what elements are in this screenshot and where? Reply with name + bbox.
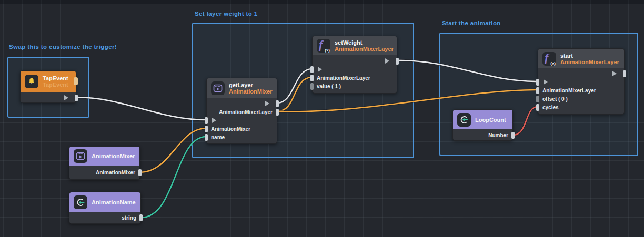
port-in-animationmixer[interactable] [205, 126, 208, 132]
exec-out-icon [265, 101, 269, 106]
exec-out-icon [385, 58, 389, 64]
port-label: string [122, 215, 136, 221]
port-out-number[interactable] [511, 132, 515, 139]
port-out-animationmixerlayer[interactable] [276, 109, 279, 116]
node-subtitle: AnimationMixerLayer [560, 59, 619, 65]
wire-exec-setweight-start[interactable] [397, 60, 538, 81]
port-label: value ( 1 ) [317, 84, 341, 89]
port-in-animationmixerlayer[interactable] [310, 75, 314, 81]
function-icon: f(x) [317, 39, 330, 53]
bell-icon [25, 75, 38, 88]
port-label: AnimationMixerLayer [219, 109, 273, 115]
film-clip-icon [74, 149, 87, 163]
node-subtitle: TapEvent [43, 81, 68, 88]
input-value-icon [74, 195, 87, 209]
wire-layer-getlayer-setweight[interactable] [277, 77, 312, 111]
wire-animationname-getlayer[interactable] [141, 137, 206, 218]
node-title: AnimationMixer [92, 153, 135, 159]
exec-out-icon [612, 71, 617, 76]
node-title: start [560, 53, 619, 59]
function-icon: f(x) [542, 52, 556, 66]
input-value-icon [457, 113, 471, 127]
port-label: AnimationMixer [96, 170, 135, 176]
event-port-badge[interactable] [74, 77, 78, 85]
port-exec-in[interactable] [205, 117, 208, 124]
port-in-offset[interactable] [536, 96, 539, 102]
port-exec-out[interactable] [276, 100, 279, 107]
node-title: LoopCount [475, 117, 506, 123]
node-title: getLayer [229, 82, 273, 88]
node-tapevent[interactable]: TapEvent TapEvent [20, 70, 76, 103]
port-label: Number [488, 132, 508, 138]
port-label: cycles [542, 105, 559, 110]
port-in-cycles[interactable] [536, 104, 539, 111]
port-in-animationmixerlayer[interactable] [536, 87, 539, 94]
exec-out-icon [64, 95, 68, 100]
node-animationmixer[interactable]: AnimationMixer AnimationMixer [69, 146, 140, 180]
node-subtitle: AnimationMixerLayer [335, 46, 393, 52]
port-label: offset ( 0 ) [542, 96, 568, 102]
node-graph-canvas[interactable]: Swap this to customize the trigger! Set … [0, 0, 644, 237]
node-getlayer[interactable]: getLayer AnimationMixer AnimationMixerLa… [206, 78, 277, 144]
port-label: AnimationMixerLayer [317, 75, 370, 81]
port-exec-in[interactable] [310, 66, 314, 73]
port-exec-out[interactable] [396, 58, 399, 65]
wire-exec-getlayer-setweight[interactable] [277, 69, 312, 103]
port-in-name[interactable] [205, 134, 208, 141]
node-title: setWeight [335, 39, 393, 46]
node-animationname[interactable]: AnimationName string [69, 192, 141, 224]
port-exec-in[interactable] [536, 79, 539, 86]
port-out-animationmixer[interactable] [138, 169, 142, 176]
port-exec-out[interactable] [75, 95, 78, 101]
node-loopcount[interactable]: LoopCount Number [452, 109, 513, 141]
node-title: TapEvent [43, 75, 68, 81]
node-title: AnimationName [92, 199, 136, 205]
node-setweight[interactable]: f(x) setWeight AnimationMixerLayer Anima… [312, 36, 397, 94]
node-subtitle: AnimationMixer [229, 88, 273, 95]
port-out-string[interactable] [139, 214, 143, 221]
wire-exec-tapevent-getlayer[interactable] [76, 97, 206, 120]
exec-in-icon [318, 67, 322, 72]
port-exec-out[interactable] [623, 70, 626, 77]
port-label: AnimationMixerLayer [542, 88, 596, 94]
exec-in-icon [544, 79, 548, 85]
exec-in-icon [212, 118, 216, 123]
port-label: name [211, 135, 225, 140]
port-in-value[interactable] [310, 83, 314, 90]
port-label: AnimationMixer [211, 126, 250, 132]
node-start[interactable]: f(x) start AnimationMixerLayer Animation… [538, 48, 625, 115]
film-clip-icon [211, 81, 225, 95]
